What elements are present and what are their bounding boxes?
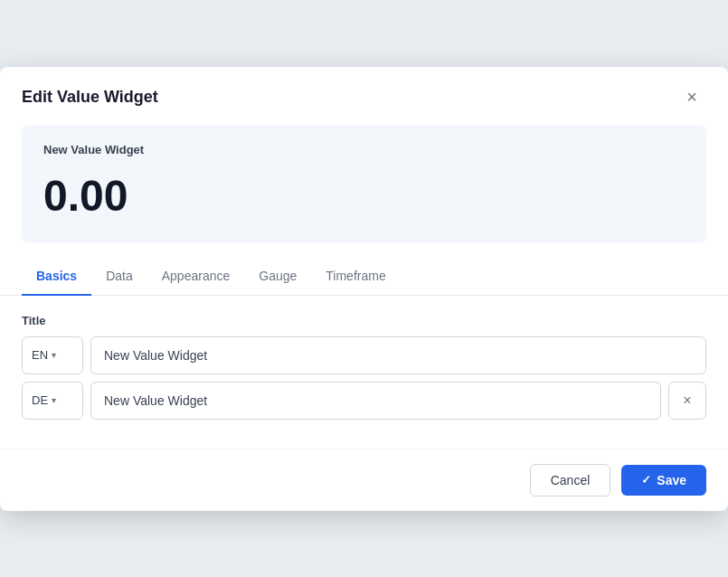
chevron-down-icon-de: ▾ [52, 395, 56, 405]
form-area: Title EN ▾ DE ▾ × [0, 296, 728, 449]
tab-gauge[interactable]: Gauge [244, 258, 311, 296]
lang-de-label: DE [32, 393, 48, 407]
modal-overlay: Edit Value Widget × New Value Widget 0.0… [0, 0, 728, 577]
edit-value-widget-modal: Edit Value Widget × New Value Widget 0.0… [0, 67, 728, 511]
lang-en-label: EN [32, 348, 48, 362]
tab-timeframe[interactable]: Timeframe [311, 258, 400, 296]
remove-de-button[interactable]: × [668, 382, 706, 420]
title-en-input[interactable] [90, 336, 706, 374]
tab-data[interactable]: Data [91, 258, 147, 296]
title-label: Title [22, 314, 706, 327]
preview-area: New Value Widget 0.00 [22, 125, 706, 243]
remove-icon: × [683, 393, 691, 409]
modal-title: Edit Value Widget [22, 88, 158, 107]
close-button[interactable]: × [677, 83, 706, 112]
save-label: Save [657, 473, 686, 487]
preview-widget-title: New Value Widget [43, 143, 685, 156]
tab-basics[interactable]: Basics [22, 258, 91, 296]
lang-select-de[interactable]: DE ▾ [22, 382, 83, 420]
tabs-container: Basics Data Appearance Gauge Timeframe [0, 258, 728, 296]
title-de-row: DE ▾ × [22, 382, 706, 420]
modal-footer: Cancel ✓ Save [0, 449, 728, 511]
save-button[interactable]: ✓ Save [621, 465, 706, 496]
close-icon: × [686, 87, 697, 108]
save-check-icon: ✓ [641, 473, 651, 487]
preview-value: 0.00 [43, 175, 685, 218]
title-de-input[interactable] [90, 382, 661, 420]
modal-header: Edit Value Widget × [0, 67, 728, 125]
cancel-button[interactable]: Cancel [530, 464, 611, 497]
chevron-down-icon-en: ▾ [52, 350, 56, 360]
lang-select-en[interactable]: EN ▾ [22, 336, 83, 374]
tab-appearance[interactable]: Appearance [147, 258, 245, 296]
title-en-row: EN ▾ [22, 336, 706, 374]
